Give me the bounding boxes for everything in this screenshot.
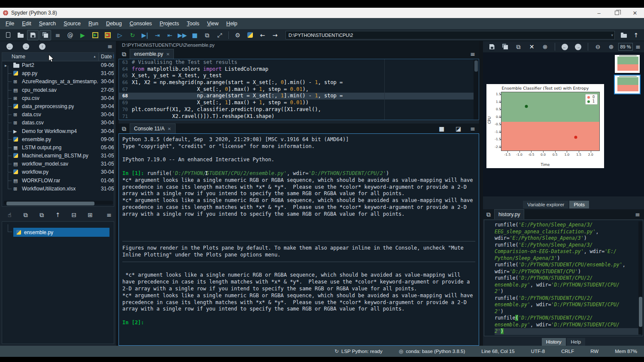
history-line[interactable]: wdir='E:/Python/Sleep_Apena/3'): [495, 235, 637, 242]
menu-search[interactable]: Search: [35, 18, 60, 29]
collapse-all-button[interactable]: ⊟: [69, 210, 79, 220]
history-line[interactable]: wdir='D:/PYTHON/STUDENT/CPU'): [495, 268, 637, 275]
step-into-button[interactable]: ⇤: [164, 30, 176, 40]
history-line[interactable]: runfile('D:/PYTHON/STUDENT/CPU/2/: [495, 315, 637, 322]
file-row-part2[interactable]: ▸Part209-06-: [2, 61, 114, 69]
history-line[interactable]: ensemble.py', wdir='D:/PYTHON/STUDENT/CP…: [495, 322, 637, 329]
history-line[interactable]: runfile('E:/Python/Sleep_Apena/3/: [495, 222, 637, 229]
file-row-data-csv[interactable]: ⊞data.csv30-04-: [2, 111, 114, 119]
tab-history[interactable]: History: [542, 338, 566, 346]
file-row-workflowutilization-xlsx[interactable]: ⊞WorkflowUtilization.xlsx31-05-: [2, 185, 114, 193]
preferences-button[interactable]: ⚙: [232, 30, 243, 40]
step-over-button[interactable]: ⇥: [152, 30, 163, 40]
close-button[interactable]: ✕: [626, 8, 644, 18]
remove-variables-button[interactable]: ◪: [453, 124, 464, 134]
plots-options-icon[interactable]: ≡: [635, 44, 641, 50]
copy-button[interactable]: ⧉: [21, 210, 31, 220]
file-row-datas-csv[interactable]: ⊞datas.csv30-04-: [2, 119, 114, 127]
forward-button[interactable]: →: [20, 41, 32, 51]
history-line[interactable]: ensemble.py', wdir='D:/PYTHON/STUDENT/CP…: [495, 282, 637, 289]
history-line[interactable]: EEG_sleep_apnea_classification.py',: [495, 229, 637, 235]
code-editor[interactable]: 63# Visualising the Test set results64fr…: [118, 59, 479, 120]
horizontal-scrollbar[interactable]: [4, 201, 113, 205]
menu-help[interactable]: Help: [222, 18, 241, 29]
back-button[interactable]: ←: [4, 41, 15, 51]
history-line[interactable]: Python/Sleep_Apena/3'): [495, 255, 637, 262]
history-line[interactable]: runfile('D:/PYTHON/STUDENT/CPU/ensemble.…: [495, 262, 637, 268]
editor-line-69[interactable]: 69 X_set[:, 1].max() + 1, step = 0.01)): [119, 100, 479, 106]
file-row-machinelearning-blstm-py[interactable]: MachineLearning_BLSTM.py31-05-: [2, 152, 114, 160]
symbol-finder-button[interactable]: @: [64, 30, 76, 40]
scrollbar-thumb[interactable]: [474, 60, 478, 72]
tab-history-py[interactable]: history.py: [494, 209, 524, 219]
close-all-plots-button[interactable]: ⊗: [539, 42, 551, 52]
menu-file[interactable]: File: [2, 18, 18, 29]
file-list-header[interactable]: Name ▲ Date M: [2, 53, 114, 61]
rerun-cell-button[interactable]: ↻: [127, 30, 138, 40]
pythonpath-button[interactable]: [244, 30, 256, 40]
menu-projects[interactable]: Projects: [156, 18, 183, 29]
menu-tools[interactable]: Tools: [183, 18, 203, 29]
plot-thumbnail-2[interactable]: [615, 75, 640, 94]
copy-plot-button[interactable]: ⧉: [513, 42, 524, 52]
menu-source[interactable]: Source: [60, 18, 85, 29]
outline-options-icon[interactable]: ≡: [106, 212, 112, 218]
history-line[interactable]: 2'): [495, 328, 641, 335]
editor-line-67[interactable]: 67 X_set[:, 0].max() + 1, step = 0.01),: [119, 86, 479, 93]
save-plot-button[interactable]: [486, 42, 498, 52]
editor-line-70[interactable]: 70plt.contourf(X1, X2, classifier.predic…: [119, 106, 479, 113]
browse-tabs-icon[interactable]: ⧉: [118, 126, 130, 132]
close-tab-icon[interactable]: ✕: [166, 52, 170, 57]
dropdown-icon[interactable]: ▾: [611, 33, 613, 37]
maximize-pane-button[interactable]: ⧉: [201, 30, 213, 40]
scrollbar-thumb[interactable]: [6, 202, 94, 205]
file-row-workflow-rar[interactable]: ▤WORKFLOW.rar01-06-: [2, 177, 114, 185]
history-line[interactable]: Comparision-on-EEG-Dataset.py', wdir='E:…: [495, 248, 637, 255]
run-cell-advance-button[interactable]: ▶: [102, 30, 113, 40]
editor-scrollbar[interactable]: [474, 59, 479, 120]
file-row-data-preprocessing-py[interactable]: data_preprocessing.py30-04-: [2, 103, 114, 111]
console-options-icon[interactable]: ≡: [466, 126, 479, 132]
history-line[interactable]: runfile('E:/Python/Sleep_Apena/3/: [495, 242, 637, 249]
go-to-cursor-button[interactable]: ↑: [53, 210, 63, 220]
browse-tabs-icon[interactable]: ⧉: [118, 51, 130, 57]
new-file-button[interactable]: [2, 30, 14, 40]
minimize-button[interactable]: –: [590, 8, 608, 18]
next-plot-button[interactable]: →: [572, 42, 584, 52]
history-options-icon[interactable]: ≡: [631, 211, 644, 217]
file-row-ensemble-py[interactable]: ensemble.py09-06-: [2, 136, 114, 144]
history-line[interactable]: ensemble.py', wdir='D:/PYTHON/STUDENT/CP…: [495, 302, 637, 308]
run-file-button[interactable]: ▶: [77, 30, 88, 40]
tab-variable-explorer[interactable]: Variable explorer: [523, 201, 568, 208]
column-name[interactable]: Name: [12, 54, 25, 60]
file-row-cpu-model-sav[interactable]: ▤cpu_model.sav27-05-: [2, 86, 114, 94]
history-line[interactable]: runfile('D:/PYTHON/STUDENT/CPU/2/: [495, 275, 637, 282]
ipython-console[interactable]: Python 3.8.5 (default, Sep 3 2020, 21:29…: [118, 133, 479, 346]
menu-run[interactable]: Run: [85, 18, 102, 29]
column-divider[interactable]: [98, 53, 99, 61]
close-tab-icon[interactable]: ✕: [167, 127, 171, 131]
history-line[interactable]: runfile('D:/PYTHON/STUDENT/CPU/2/: [495, 295, 637, 302]
history-log[interactable]: runfile('E:/Python/Sleep_Apena/3/EEG_sle…: [484, 220, 643, 336]
plot-thumbnail-1[interactable]: [615, 55, 640, 73]
restore-button[interactable]: [608, 8, 626, 18]
scrollbar-thumb[interactable]: [639, 297, 642, 327]
history-line[interactable]: 2'): [495, 288, 637, 295]
stop-button[interactable]: ■: [189, 30, 200, 40]
editor-line-68[interactable]: 68 np.arange(start = X_set[:, 1].min() -…: [119, 93, 479, 100]
file-row-cpu-csv[interactable]: ⊞cpu.csv30-04-: [2, 94, 114, 103]
file-row-workflow-py[interactable]: workflow.py30-04-: [2, 168, 114, 176]
zoom-level[interactable]: 89 %: [618, 43, 633, 51]
column-date[interactable]: Date M: [101, 54, 114, 60]
browse-folder-button[interactable]: [618, 30, 629, 40]
debug-file-button[interactable]: ▶|: [139, 30, 151, 40]
close-plot-button[interactable]: ✕: [526, 42, 538, 52]
menu-debug[interactable]: Debug: [102, 18, 126, 29]
menu-edit[interactable]: Edit: [18, 18, 35, 29]
open-file-button[interactable]: [15, 30, 26, 40]
menu-view[interactable]: View: [203, 18, 222, 29]
browse-tabs-icon[interactable]: ⧉: [483, 211, 494, 217]
save-all-button[interactable]: [39, 30, 51, 40]
save-all-plots-button[interactable]: [499, 42, 511, 52]
expand-caret-icon[interactable]: ▸: [5, 61, 7, 69]
